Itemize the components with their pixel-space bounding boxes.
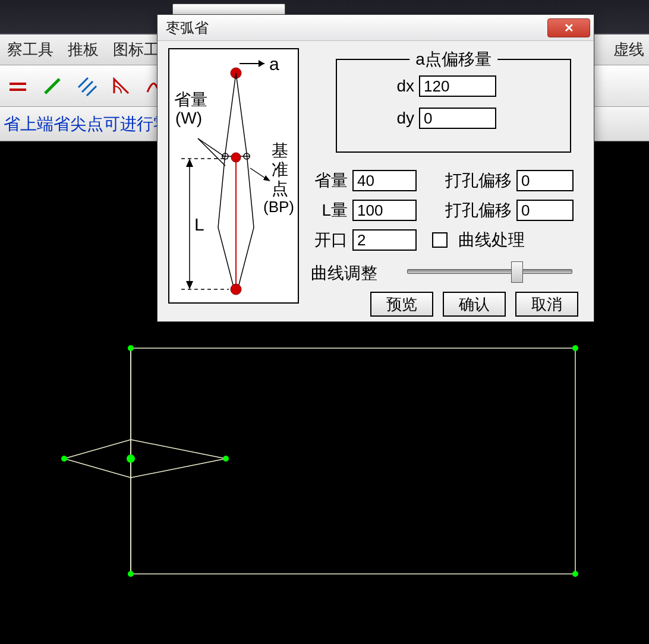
equals-icon[interactable] (6, 74, 30, 98)
svg-line-4 (78, 78, 88, 87)
lliang-input[interactable] (352, 200, 417, 221)
svg-rect-11 (131, 348, 575, 574)
hatch-icon[interactable] (75, 74, 99, 98)
dx-label: dx (379, 77, 414, 96)
status-text: 省上端省尖点可进行零 (4, 113, 170, 135)
angle-icon[interactable] (109, 74, 133, 98)
ok-button[interactable]: 确认 (443, 292, 506, 317)
dx-input[interactable] (419, 75, 496, 97)
vertex-dot (223, 456, 229, 462)
vertex-dot (572, 345, 578, 351)
svg-line-24 (198, 138, 225, 166)
svg-marker-31 (186, 281, 193, 289)
kaikou-input[interactable] (352, 229, 417, 251)
svg-line-23 (198, 138, 224, 156)
dy-input[interactable] (419, 108, 496, 129)
svg-marker-26 (263, 175, 270, 181)
cancel-button[interactable]: 取消 (515, 292, 578, 317)
vertex-dot (128, 571, 134, 577)
dy-label: dy (379, 109, 414, 128)
dakong2-label: 打孔偏移 (442, 199, 512, 222)
offset-group-title: a点偏移量 (409, 48, 497, 71)
svg-point-22 (231, 284, 241, 295)
curve-slider[interactable] (407, 269, 572, 274)
dialog-title: 枣弧省 (166, 18, 209, 37)
dakong1-input[interactable] (516, 170, 574, 191)
lliang-label: L量 (313, 199, 348, 222)
menu-item-dashed[interactable]: 虚线 (606, 36, 649, 64)
diagram-w-label1: 省量 (174, 89, 207, 111)
vertex-dot (61, 456, 67, 462)
curve-adj-label: 曲线调整 (311, 262, 377, 285)
close-button[interactable]: ✕ (547, 18, 590, 37)
pencil-green-icon[interactable] (40, 74, 64, 98)
curve-checkbox[interactable] (432, 232, 448, 248)
diagram-w-label2: (W) (175, 109, 202, 128)
svg-line-2 (45, 79, 59, 93)
offset-groupbox: a点偏移量 dx dy (336, 59, 571, 153)
vertex-dot (128, 345, 134, 351)
diagram-l-label: L (194, 214, 204, 235)
dialog-titlebar: 枣弧省 ✕ (157, 15, 594, 41)
curve-checkbox-label: 曲线处理 (458, 229, 525, 251)
vertex-dot (127, 454, 135, 463)
svg-marker-12 (64, 440, 226, 478)
shengliang-input[interactable] (352, 170, 417, 191)
close-icon: ✕ (564, 21, 574, 35)
svg-marker-15 (259, 60, 264, 67)
menu-item-tools[interactable]: 察工具 (0, 36, 61, 64)
svg-marker-30 (186, 159, 193, 167)
slider-thumb-icon[interactable] (511, 261, 523, 283)
dakong1-label: 打孔偏移 (442, 169, 512, 192)
dart-dialog: 枣弧省 ✕ (157, 14, 594, 322)
diagram-bp-label4: (BP) (263, 198, 294, 216)
shengliang-label: 省量 (311, 169, 348, 192)
svg-line-6 (87, 86, 96, 96)
diagram-a-label: a (269, 54, 279, 74)
kaikou-label: 开口 (311, 229, 348, 251)
vertex-dot (572, 571, 578, 577)
dart-diagram: a 省量 (W) 基 准 点 (BP) L (168, 48, 299, 304)
dakong2-input[interactable] (516, 200, 574, 221)
menu-item-board[interactable]: 推板 (61, 36, 106, 64)
preview-button[interactable]: 预览 (370, 292, 433, 317)
diagram-bp-label3: 点 (272, 178, 288, 200)
